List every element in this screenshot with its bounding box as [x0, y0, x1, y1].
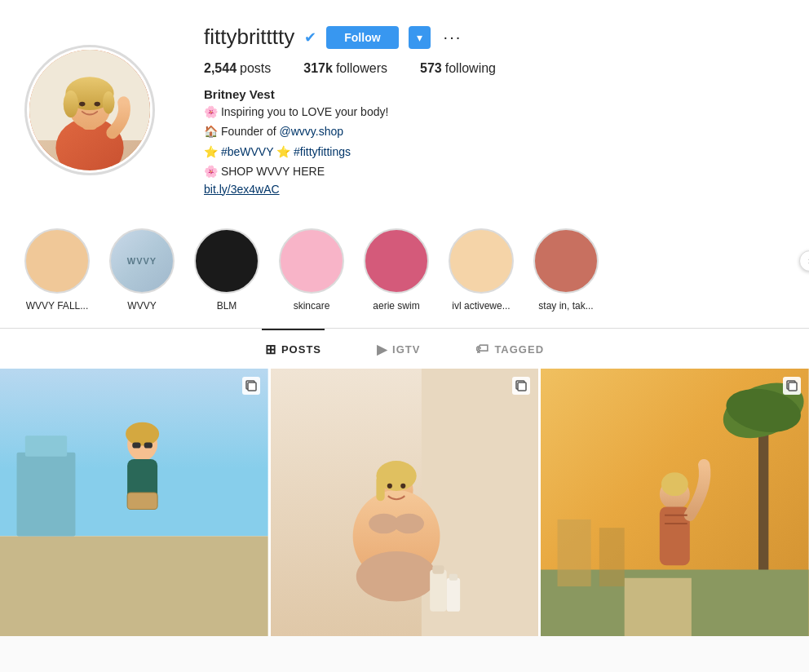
bio-line-2: 🏠 Founder of @wvvy.shop: [204, 122, 785, 140]
svg-point-29: [394, 513, 424, 533]
svg-rect-36: [432, 565, 444, 573]
svg-point-8: [103, 91, 115, 114]
posts-stat[interactable]: 2,544 posts: [204, 61, 271, 76]
bio-url-link[interactable]: bit.ly/3ex4wAC: [204, 183, 785, 196]
tab-posts-label: POSTS: [281, 343, 321, 356]
svg-point-7: [64, 91, 79, 117]
svg-point-9: [79, 102, 85, 107]
svg-point-30: [356, 550, 436, 601]
stats-row: 2,544 posts 317k followers 573 following: [204, 61, 785, 76]
svg-rect-14: [25, 435, 67, 457]
tab-igtv[interactable]: ▶ IGTV: [374, 329, 423, 369]
posts-tab-icon: ⊞: [265, 342, 276, 357]
posts-label: posts: [240, 61, 271, 76]
shop-link[interactable]: @wvvy.shop: [280, 125, 344, 138]
highlight-item-blm[interactable]: BLM: [194, 228, 259, 312]
igtv-tab-icon: ▶: [377, 342, 387, 357]
avatar-ring: [24, 45, 155, 175]
highlight-label-blm: BLM: [217, 300, 237, 312]
bio-line-1: 🌸 Inspiring you to LOVE your body!: [204, 103, 785, 121]
tabs-row: ⊞ POSTS ▶ IGTV 🏷 TAGGED: [0, 329, 809, 369]
svg-rect-35: [430, 569, 447, 611]
verified-badge: ✔: [304, 29, 316, 46]
profile-header: fittybritttty ✔ Follow ▾ ··· 2,544 posts…: [0, 0, 809, 212]
svg-rect-20: [127, 493, 157, 510]
svg-point-10: [95, 102, 100, 107]
tab-tagged[interactable]: 🏷 TAGGED: [472, 329, 547, 369]
tab-igtv-label: IGTV: [392, 343, 420, 356]
follow-button[interactable]: Follow: [326, 26, 398, 49]
post-multi-icon-2: [512, 377, 530, 395]
highlight-label-aerie: aerie swim: [373, 300, 419, 312]
post-item-2[interactable]: [271, 369, 539, 637]
followers-count: 317k: [303, 61, 333, 76]
highlight-circle-ivl: [449, 228, 514, 294]
svg-rect-53: [599, 528, 625, 586]
followers-stat[interactable]: 317k followers: [303, 61, 387, 76]
highlights-section: WVVY FALL... WVVY WVVY BLM skincare aeri…: [0, 212, 809, 328]
highlight-circle-blm: [194, 228, 259, 294]
highlight-item-wvvy[interactable]: WVVY WVVY: [109, 228, 175, 312]
tab-tagged-label: TAGGED: [494, 343, 544, 356]
highlight-label-skincare: skincare: [294, 300, 330, 312]
dropdown-button[interactable]: ▾: [409, 26, 431, 49]
svg-rect-46: [625, 577, 692, 636]
svg-rect-23: [248, 382, 256, 391]
page-wrapper: fittybritttty ✔ Follow ▾ ··· 2,544 posts…: [0, 0, 809, 636]
post-item-3[interactable]: [541, 369, 809, 637]
highlight-item-aerie-swim[interactable]: aerie swim: [364, 228, 429, 312]
highlight-label-wvvy: WVVY: [127, 300, 156, 312]
profile-info: fittybritttty ✔ Follow ▾ ··· 2,544 posts…: [204, 24, 785, 196]
highlight-label-ivl: ivl activewe...: [452, 300, 510, 312]
svg-rect-13: [17, 452, 76, 536]
more-options-button[interactable]: ···: [440, 28, 466, 46]
post-multi-icon-3: [783, 377, 801, 395]
username-row: fittybritttty ✔ Follow ▾ ···: [204, 24, 785, 50]
wvvy-circle-text: WVVY: [127, 256, 157, 266]
highlight-label-wvvy-fall: WVVY FALL...: [26, 300, 88, 312]
post-multi-icon-1: [242, 377, 260, 395]
svg-rect-32: [376, 475, 384, 501]
bio-name: Britney Vest: [204, 87, 785, 101]
tagged-tab-icon: 🏷: [475, 342, 489, 356]
highlight-circle-aerie: [364, 228, 429, 294]
highlight-item-skincare[interactable]: skincare: [279, 228, 344, 312]
tab-posts[interactable]: ⊞ POSTS: [262, 329, 325, 369]
svg-rect-52: [558, 519, 591, 586]
highlight-item-stay[interactable]: › stay in, tak...: [533, 228, 599, 312]
following-label: following: [445, 61, 496, 76]
svg-rect-19: [144, 442, 153, 448]
followers-label: followers: [336, 61, 387, 76]
svg-rect-55: [789, 382, 797, 391]
username: fittybritttty: [204, 24, 294, 50]
bio-line-4: 🌸 SHOP WVVY HERE: [204, 162, 785, 180]
avatar[interactable]: [29, 50, 150, 170]
svg-rect-40: [518, 382, 526, 391]
posts-grid: [0, 369, 809, 637]
posts-count: 2,544: [204, 61, 237, 76]
post-item-1[interactable]: [0, 369, 268, 637]
following-count: 573: [420, 61, 442, 76]
fittyfittings-hashtag[interactable]: #fittyfittings: [294, 145, 351, 158]
bio-section: Britney Vest 🌸 Inspiring you to LOVE you…: [204, 87, 785, 196]
svg-point-33: [387, 483, 391, 488]
highlight-item-ivl[interactable]: ivl activewe...: [449, 228, 514, 312]
highlight-circle-wvvy: WVVY: [109, 228, 175, 294]
avatar-section: [24, 24, 155, 196]
highlight-circle-stay: ›: [533, 228, 599, 294]
svg-rect-12: [0, 536, 268, 636]
svg-point-49: [661, 472, 688, 496]
highlight-label-stay: stay in, tak...: [538, 300, 593, 312]
svg-rect-37: [446, 577, 459, 611]
bewvvy-hashtag[interactable]: #beWVVY: [221, 145, 273, 158]
svg-rect-38: [449, 573, 457, 580]
highlight-item-wvvy-fall[interactable]: WVVY FALL...: [24, 228, 90, 312]
highlight-circle-wvvy-fall: [24, 228, 90, 294]
svg-rect-18: [132, 442, 140, 448]
bio-line-3: ⭐ #beWVVY ⭐ #fittyfittings: [204, 143, 785, 161]
svg-point-34: [400, 483, 405, 488]
following-stat[interactable]: 573 following: [420, 61, 496, 76]
svg-point-17: [126, 422, 159, 445]
highlight-circle-skincare: [279, 228, 344, 294]
